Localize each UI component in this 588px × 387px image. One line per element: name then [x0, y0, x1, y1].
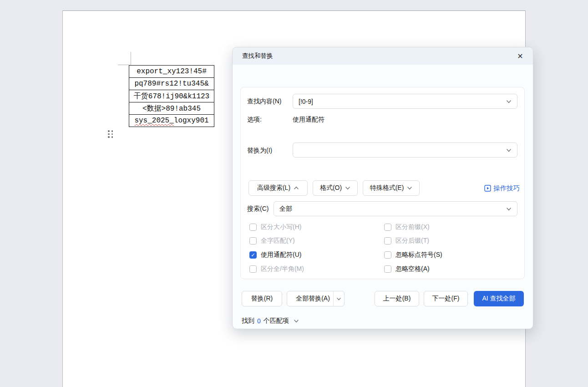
table-cell[interactable]: export_xy123!45# — [129, 66, 214, 78]
replace-button[interactable]: 替换(R) — [242, 291, 282, 306]
table-column-marker — [131, 52, 131, 65]
status-suffix: 个匹配项 — [264, 317, 289, 325]
checkbox-full-half-width[interactable]: 区分全/半角(M) — [249, 265, 304, 273]
checkbox-icon[interactable] — [384, 265, 391, 273]
special-format-label: 特殊格式(E) — [370, 184, 404, 192]
search-scope-select[interactable]: 全部 — [274, 201, 517, 216]
chevron-down-icon[interactable] — [506, 206, 512, 212]
format-label: 格式(O) — [320, 184, 342, 192]
checkbox-label: 区分后缀(T) — [395, 237, 429, 245]
chevron-down-icon[interactable] — [294, 318, 299, 324]
checkbox-match-prefix[interactable]: 区分前缀(X) — [384, 223, 430, 231]
advanced-search-label: 高级搜索(L) — [257, 184, 290, 192]
table-row: sys_2025_logxy901 — [129, 115, 214, 127]
table-drag-handle-icon[interactable] — [107, 130, 114, 138]
checkbox-icon[interactable] — [384, 237, 391, 244]
tips-link[interactable]: 操作技巧 — [484, 184, 520, 193]
replace-all-button[interactable]: 全部替换(A) — [287, 291, 345, 306]
checkbox-use-wildcards[interactable]: ✓ 使用通配符(U) — [249, 251, 301, 259]
table-cell[interactable]: 干货678!ij90&k1123 — [129, 90, 214, 102]
document-table: export_xy123!45# pq789#rs12!tu345& 干货678… — [129, 65, 214, 127]
find-content-input[interactable]: [!0-9] — [293, 94, 517, 109]
chevron-down-icon[interactable] — [506, 148, 512, 153]
checkbox-icon[interactable] — [249, 265, 257, 273]
options-value: 使用通配符 — [293, 116, 324, 124]
advanced-search-button[interactable]: 高级搜索(L) — [248, 180, 308, 196]
checkbox-label: 区分大小写(H) — [261, 223, 301, 231]
tips-label: 操作技巧 — [493, 184, 520, 193]
table-row: export_xy123!45# — [129, 66, 214, 78]
checkbox-match-case[interactable]: 区分大小写(H) — [249, 223, 301, 231]
checkbox-match-suffix[interactable]: 区分后缀(T) — [384, 237, 429, 245]
checkbox-label: 区分全/半角(M) — [261, 265, 304, 273]
checkbox-label: 区分前缀(X) — [395, 223, 430, 231]
ai-find-all-button[interactable]: AI 查找全部 — [474, 291, 524, 306]
table-row: pq789#rs12!tu345& — [129, 78, 214, 90]
dialog-title: 查找和替换 — [242, 52, 273, 60]
special-format-button[interactable]: 特殊格式(E) — [363, 180, 420, 196]
chevron-down-icon — [345, 185, 350, 191]
chevron-up-icon — [294, 185, 299, 191]
replace-with-label: 替换为(I) — [247, 147, 272, 155]
options-label: 选项: — [247, 116, 262, 124]
search-scope-value: 全部 — [279, 205, 506, 213]
checkbox-ignore-whitespace[interactable]: 忽略空格(A) — [384, 265, 430, 273]
checkbox-ignore-punctuation[interactable]: 忽略标点符号(S) — [384, 251, 442, 259]
previous-button[interactable]: 上一处(B) — [375, 291, 419, 306]
find-content-label: 查找内容(N) — [247, 97, 281, 106]
replace-all-label: 全部替换(A) — [293, 295, 333, 303]
table-row-marker — [118, 65, 129, 65]
checkbox-icon[interactable] — [249, 224, 257, 231]
replace-button-label: 替换(R) — [251, 295, 273, 303]
previous-button-label: 上一处(B) — [383, 295, 411, 303]
table-row: <数据>89!ab345 — [129, 102, 214, 115]
replace-all-dropdown[interactable] — [333, 291, 344, 306]
checkbox-label: 使用通配符(U) — [261, 251, 301, 259]
checkbox-label: 忽略空格(A) — [395, 265, 430, 273]
chevron-down-icon — [407, 185, 412, 191]
checkbox-icon[interactable] — [384, 251, 391, 259]
ai-find-all-label: AI 查找全部 — [482, 295, 515, 303]
next-button[interactable]: 下一处(F) — [424, 291, 468, 306]
find-content-value: [!0-9] — [299, 98, 506, 105]
video-tutorial-icon — [484, 185, 491, 192]
format-button[interactable]: 格式(O) — [313, 180, 358, 196]
checkbox-icon[interactable] — [249, 237, 257, 244]
checkbox-whole-word[interactable]: 全字匹配(Y) — [249, 237, 295, 245]
match-status: 找到 0 个匹配项 — [242, 317, 299, 325]
replace-with-input[interactable] — [293, 143, 517, 158]
checkbox-checked-icon[interactable]: ✓ — [249, 251, 257, 259]
checkbox-icon[interactable] — [384, 224, 391, 231]
table-cell[interactable]: sys_2025_logxy901 — [129, 115, 214, 127]
checkbox-label: 全字匹配(Y) — [261, 237, 295, 245]
chevron-down-icon[interactable] — [506, 99, 512, 104]
table-cell[interactable]: <数据>89!ab345 — [129, 102, 214, 115]
match-count: 0 — [257, 317, 261, 325]
misspelled-text: sys_2025_ — [134, 117, 173, 125]
table-cell[interactable]: pq789#rs12!tu345& — [129, 78, 214, 90]
dialog-titlebar[interactable]: 查找和替换 — [233, 47, 533, 65]
checkbox-label: 忽略标点符号(S) — [395, 251, 442, 259]
table-cell-text: logxy901 — [174, 117, 209, 125]
close-icon[interactable]: ✕ — [514, 50, 527, 62]
table-row: 干货678!ij90&k1123 — [129, 90, 214, 102]
status-prefix: 找到 — [242, 317, 254, 325]
search-scope-label: 搜索(C) — [247, 205, 269, 213]
next-button-label: 下一处(F) — [432, 295, 460, 303]
